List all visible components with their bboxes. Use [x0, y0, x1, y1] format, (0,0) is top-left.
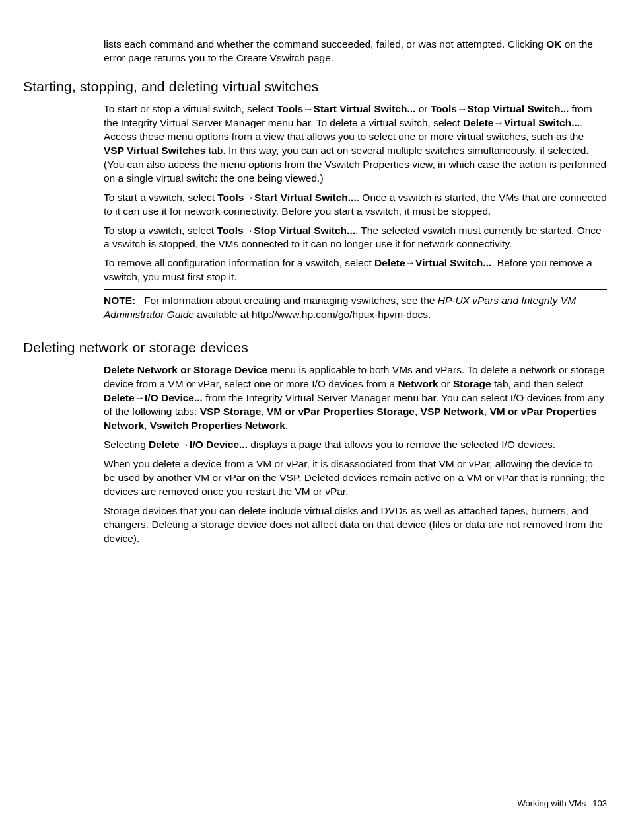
text: , [144, 420, 150, 431]
text: or [438, 378, 453, 389]
menu-path: Stop Virtual Switch... [467, 103, 569, 114]
text: . [285, 420, 288, 431]
text: To start or stop a virtual switch, selec… [104, 103, 277, 114]
menu-path: Tools [217, 192, 244, 203]
section2-body: Delete Network or Storage Device menu is… [104, 363, 607, 545]
menu-path: Virtual Switch... [504, 117, 580, 128]
paragraph: Delete Network or Storage Device menu is… [104, 363, 607, 433]
page-footer: Working with VMs103 [518, 798, 608, 810]
paragraph: Storage devices that you can delete incl… [104, 504, 607, 546]
page: lists each command and whether the comma… [0, 0, 630, 546]
tab-name: VSP Storage [200, 406, 262, 417]
text: Selecting [104, 439, 149, 450]
arrow-icon: → [244, 192, 254, 203]
text: tab, and then select [491, 378, 584, 389]
menu-path: Delete [374, 257, 405, 268]
tab-name: Network [398, 378, 438, 389]
text: available at [194, 309, 252, 320]
arrow-icon: → [493, 117, 504, 128]
menu-path: Delete [149, 439, 180, 450]
text: To remove all configuration information … [104, 257, 374, 268]
text: , [415, 406, 421, 417]
text: To stop a vswitch, select [104, 225, 217, 236]
menu-path: I/O Device... [190, 439, 248, 450]
menu-path: Start Virtual Switch... [314, 103, 416, 114]
text: . [428, 309, 431, 320]
heading-deleting-devices: Deleting network or storage devices [23, 338, 607, 357]
text: For information about creating and manag… [144, 295, 438, 306]
tab-name: VSP Network [421, 406, 484, 417]
text: lists each command and whether the comma… [104, 38, 546, 50]
section1-body: To start or stop a virtual switch, selec… [104, 102, 607, 326]
menu-path: Virtual Switch... [415, 257, 491, 268]
arrow-icon: → [180, 439, 190, 450]
arrow-icon: → [135, 392, 145, 403]
docs-link[interactable]: http://www.hp.com/go/hpux-hpvm-docs [252, 309, 428, 320]
paragraph: When you delete a device from a VM or vP… [104, 457, 607, 499]
menu-path: I/O Device... [145, 392, 203, 403]
text: , [261, 406, 267, 417]
paragraph: To remove all configuration information … [104, 256, 607, 284]
menu-path: Start Virtual Switch... [254, 192, 357, 203]
menu-name: Delete Network or Storage Device [104, 364, 267, 375]
intro-paragraph: lists each command and whether the comma… [104, 38, 607, 65]
page-number: 103 [592, 798, 607, 808]
tab-name: Storage [453, 378, 491, 389]
paragraph: To start or stop a virtual switch, selec… [104, 102, 607, 186]
note-box: NOTE: For information about creating and… [104, 289, 607, 326]
text: To start a vswitch, select [104, 192, 217, 203]
arrow-icon: → [244, 225, 254, 236]
menu-path: Stop Virtual Switch... [254, 225, 355, 236]
note-paragraph: NOTE: For information about creating and… [104, 294, 607, 322]
tab-name: VM or vPar Properties Storage [267, 406, 415, 417]
heading-starting-stopping: Starting, stopping, and deleting virtual… [23, 77, 607, 96]
arrow-icon: → [405, 257, 416, 268]
intro-text: lists each command and whether the comma… [104, 38, 607, 65]
menu-path: Delete [104, 392, 135, 403]
paragraph: To stop a vswitch, select Tools→Stop Vir… [104, 224, 607, 252]
menu-path: Delete [463, 117, 494, 128]
arrow-icon: → [303, 103, 314, 114]
tab-name: Vswitch Properties Network [150, 420, 285, 431]
text: or [415, 103, 430, 114]
note-label: NOTE: [104, 295, 135, 306]
menu-path: Tools [217, 225, 243, 236]
ok-label: OK [546, 38, 561, 50]
footer-text: Working with VMs [518, 798, 586, 808]
paragraph: To start a vswitch, select Tools→Start V… [104, 191, 607, 219]
arrow-icon: → [457, 103, 468, 114]
text: displays a page that allows you to remov… [248, 439, 555, 450]
menu-path: Tools [431, 103, 457, 114]
paragraph: Selecting Delete→I/O Device... displays … [104, 438, 607, 452]
tab-name: VSP Virtual Switches [104, 145, 206, 156]
menu-path: Tools [277, 103, 303, 114]
